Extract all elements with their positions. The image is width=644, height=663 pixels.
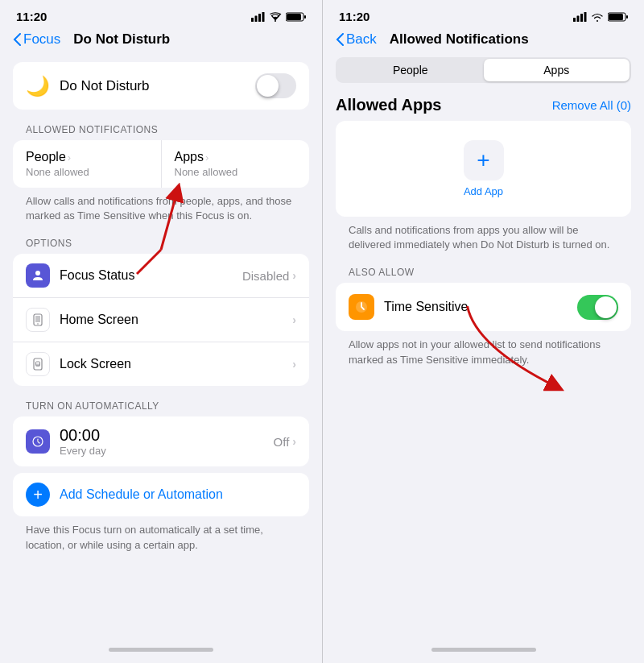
lock-screen-icon xyxy=(26,352,50,376)
home-bar-right xyxy=(431,648,536,652)
segment-apps[interactable]: Apps xyxy=(484,59,630,81)
schedule-item[interactable]: 00:00 Every day Off › xyxy=(13,416,309,466)
svg-rect-20 xyxy=(577,15,580,22)
turn-on-hint: Have this Focus turn on automatically at… xyxy=(26,523,296,552)
battery-icon-r xyxy=(608,12,628,22)
add-app-card[interactable]: + Add App xyxy=(336,121,631,217)
home-bar-left xyxy=(109,648,213,652)
svg-rect-26 xyxy=(626,15,628,19)
status-icons-left xyxy=(251,12,306,22)
home-indicator-left xyxy=(0,636,322,663)
svg-rect-21 xyxy=(580,14,583,22)
add-schedule-card[interactable]: + Add Schedule or Automation xyxy=(13,473,309,516)
nav-bar-right: Back Allowed Notifications xyxy=(323,28,644,54)
signal-icon xyxy=(251,12,265,22)
status-bar-left: 11:20 xyxy=(0,0,322,28)
add-schedule-item[interactable]: + Add Schedule or Automation xyxy=(13,473,309,516)
add-app-icon: + xyxy=(464,140,504,180)
status-icons-right xyxy=(573,12,628,22)
left-content: 🌙 Do Not Disturb ALLOWED NOTIFICATIONS P… xyxy=(0,54,322,636)
home-screen-item[interactable]: Home Screen › xyxy=(13,298,309,342)
svg-rect-14 xyxy=(36,364,40,367)
page-title-right: Allowed Notifications xyxy=(390,31,529,48)
add-app-label: Add App xyxy=(464,185,503,197)
person-icon xyxy=(31,269,44,282)
back-chevron-icon-r xyxy=(336,33,344,46)
clock-svg-icon xyxy=(31,435,44,448)
dnd-toggle-row[interactable]: 🌙 Do Not Disturb xyxy=(13,62,309,110)
home-indicator-right xyxy=(323,636,644,663)
allowed-apps-title: Allowed Apps xyxy=(336,96,441,114)
svg-rect-2 xyxy=(258,14,261,22)
svg-rect-3 xyxy=(262,12,265,22)
focus-status-chevron-icon: › xyxy=(292,269,296,282)
right-content: People Apps Allowed Apps Remove All (0) … xyxy=(323,54,644,636)
focus-status-label: Focus Status xyxy=(60,268,242,283)
lock-chevron-icon: › xyxy=(292,358,296,371)
dnd-toggle[interactable] xyxy=(255,73,296,98)
svg-rect-10 xyxy=(35,316,40,322)
also-allow-label: ALSO ALLOW xyxy=(349,267,618,278)
apps-cell[interactable]: Apps › None allowed xyxy=(162,140,310,188)
allowed-notif-card: People › None allowed Apps › None allowe… xyxy=(13,140,309,188)
wifi-icon-r xyxy=(591,12,604,22)
schedule-time: 00:00 xyxy=(60,426,274,445)
svg-rect-0 xyxy=(251,18,254,22)
dnd-label: Do Not Disturb xyxy=(60,78,149,94)
page-title-left: Do Not Disturb xyxy=(73,31,170,48)
segment-control: People Apps xyxy=(336,57,631,83)
apps-title: Apps xyxy=(175,150,204,164)
status-bar-right: 11:20 xyxy=(323,0,644,28)
also-allow-section: ALSO ALLOW Time Sensitive xyxy=(323,267,644,331)
home-chevron-icon: › xyxy=(292,313,296,326)
allowed-notif-section-label: ALLOWED NOTIFICATIONS xyxy=(26,124,296,135)
back-button-right[interactable]: Back xyxy=(336,31,377,48)
add-schedule-icon: + xyxy=(26,483,50,507)
time-sensitive-icon xyxy=(349,294,374,320)
lock-screen-item[interactable]: Lock Screen › xyxy=(13,342,309,386)
time-sensitive-label: Time Sensitive xyxy=(384,300,568,314)
focus-status-item[interactable]: Focus Status Disabled › xyxy=(13,254,309,298)
focus-status-value: Disabled xyxy=(242,269,289,283)
left-screen: 11:20 xyxy=(0,0,322,663)
ts-toggle-knob xyxy=(595,296,617,318)
toggle-knob xyxy=(257,75,279,97)
svg-rect-7 xyxy=(304,15,306,19)
svg-rect-1 xyxy=(255,15,258,22)
lock-phone-icon xyxy=(31,358,44,371)
segment-people[interactable]: People xyxy=(337,59,484,81)
home-screen-icon xyxy=(26,308,50,332)
apps-chevron-icon: › xyxy=(205,151,208,164)
people-title: People xyxy=(26,150,66,164)
add-schedule-label: Add Schedule or Automation xyxy=(60,487,223,502)
clock-ts-icon xyxy=(353,299,369,315)
time-sensitive-toggle[interactable] xyxy=(577,295,618,320)
remove-all-button[interactable]: Remove All (0) xyxy=(552,98,631,112)
back-chevron-icon xyxy=(13,33,21,46)
clock-icon xyxy=(26,429,50,454)
allowed-hint: Allow calls and notifications from peopl… xyxy=(26,194,296,223)
svg-rect-25 xyxy=(609,14,623,20)
home-screen-label: Home Screen xyxy=(60,313,292,327)
schedule-sub: Every day xyxy=(60,445,274,457)
options-card: Focus Status Disabled › Home Screen › xyxy=(13,254,309,386)
time-right: 11:20 xyxy=(339,10,369,23)
allowed-apps-header: Allowed Apps Remove All (0) xyxy=(323,93,644,121)
options-section-label: OPTIONS xyxy=(26,238,296,249)
focus-status-icon xyxy=(26,263,50,288)
nav-bar-left: Focus Do Not Disturb xyxy=(0,28,322,54)
svg-point-23 xyxy=(597,20,598,22)
svg-point-4 xyxy=(275,20,276,22)
schedule-right: Off xyxy=(274,435,290,449)
back-button-focus[interactable]: Focus xyxy=(13,31,60,48)
svg-point-8 xyxy=(35,271,40,276)
lock-screen-label: Lock Screen xyxy=(60,357,292,371)
allowed-notif-row: People › None allowed Apps › None allowe… xyxy=(13,140,309,188)
wifi-icon xyxy=(269,12,282,22)
people-sub: None allowed xyxy=(26,166,148,178)
right-screen: 11:20 Back xyxy=(322,0,644,663)
schedule-chevron-icon: › xyxy=(292,435,296,448)
people-cell[interactable]: People › None allowed xyxy=(13,140,162,188)
moon-icon: 🌙 xyxy=(26,75,50,97)
schedule-card: 00:00 Every day Off › xyxy=(13,416,309,466)
